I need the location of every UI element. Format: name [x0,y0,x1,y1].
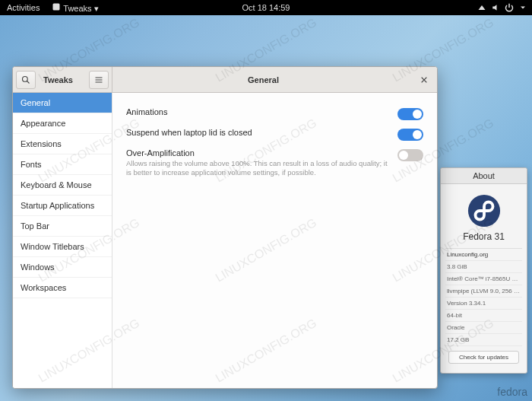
about-window: About Fedora 31 Linuxconfig.org 3.8 GiB … [440,167,527,374]
close-button[interactable] [414,71,434,89]
about-row-disk: 17.2 GB [445,334,522,346]
search-icon [21,75,30,84]
system-status-area[interactable] [477,3,527,12]
sidebar-item-appearance[interactable]: Appearance [13,113,112,134]
sidebar-item-fonts[interactable]: Fonts [13,154,112,175]
about-title: About [441,168,527,184]
setting-label: Animations [126,107,391,116]
svg-rect-0 [53,3,60,10]
setting-description: Allows raising the volume above 100%. Th… [126,159,391,178]
sidebar-title: Tweaks [39,75,86,84]
clock[interactable]: Oct 18 14:59 [240,3,293,12]
about-row-memory: 3.8 GiB [445,261,522,273]
about-row-hostname: Linuxconfig.org [445,249,522,261]
sidebar-item-startup-applications[interactable]: Startup Applications [13,196,112,216]
setting-row-over-amplification: Over-Amplification Allows raising the vo… [126,145,423,182]
distro-name: Fedora 31 [445,231,522,242]
suspend-lid-switch[interactable] [397,129,423,141]
about-row-graphics: llvmpipe (LLVM 9.0, 256 bits) [445,285,522,298]
gnome-top-bar: Activities Tweaks ▾ Oct 18 14:59 [0,0,532,15]
about-row-gnome-version: Version 3.34.1 [445,298,522,310]
sidebar-item-windows[interactable]: Windows [13,257,112,278]
activities-button[interactable]: Activities [5,3,42,12]
tweaks-window: Tweaks General General Appearance Extens… [12,66,438,389]
about-row-processor: Intel® Core™ i7-8565U CPU @ … [445,273,522,285]
power-icon [505,3,514,12]
about-row-virtualization: Oracle [445,322,522,334]
chevron-down-icon [518,3,527,12]
close-icon [420,76,428,84]
about-row-os-type: 64-bit [445,310,522,322]
svg-line-3 [27,81,30,83]
current-app-label: Tweaks ▾ [63,4,98,13]
page-title: General [112,75,414,84]
svg-point-2 [23,76,28,81]
sidebar-item-workspaces[interactable]: Workspaces [13,278,112,298]
titlebar: Tweaks General [13,67,437,93]
volume-icon [491,3,500,12]
sidebar-item-window-titlebars[interactable]: Window Titlebars [13,237,112,257]
about-details-list: Linuxconfig.org 3.8 GiB Intel® Core™ i7-… [445,248,522,346]
sidebar-item-general[interactable]: General [13,93,112,113]
setting-label: Suspend when laptop lid is closed [126,128,391,137]
over-amplification-switch[interactable] [397,149,423,161]
sidebar-item-extensions[interactable]: Extensions [13,134,112,154]
setting-row-animations: Animations [126,103,423,124]
fedora-logo-icon [467,193,502,228]
network-icon [477,3,486,12]
setting-row-suspend-lid: Suspend when laptop lid is closed [126,124,423,145]
sidebar-item-top-bar[interactable]: Top Bar [13,216,112,237]
current-app-indicator[interactable]: Tweaks ▾ [49,2,100,14]
wallpaper-brand-text: fedora [497,386,527,398]
sidebar-item-keyboard-mouse[interactable]: Keyboard & Mouse [13,175,112,196]
settings-content: Animations Suspend when laptop lid is cl… [112,93,437,388]
check-updates-button[interactable]: Check for updates [448,351,519,364]
sidebar: General Appearance Extensions Fonts Keyb… [13,93,112,388]
tweaks-app-icon [52,2,61,11]
hamburger-icon [94,75,103,84]
hamburger-menu-button[interactable] [89,71,109,89]
search-button[interactable] [16,71,36,89]
setting-label: Over-Amplification [126,148,391,158]
animations-switch[interactable] [397,108,423,120]
